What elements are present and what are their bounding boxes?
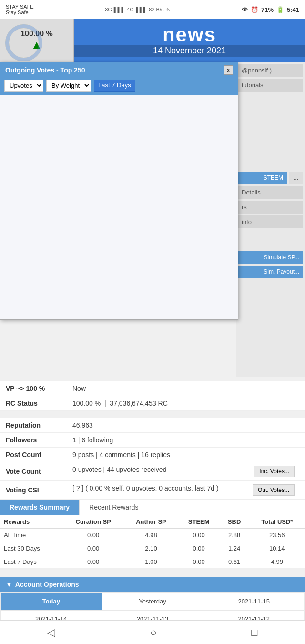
- right-panel: @pennsif ) tutorials STEEM ... Details r…: [236, 62, 305, 377]
- status-bar: STAY SAFE Stay Safe 3G ▌▌▌ 4G ▌▌▌ 82 B/s…: [0, 0, 305, 19]
- gauge-area: 100.00 % ▲: [0, 19, 74, 62]
- vote-count-value: 0 upvotes | 44 upvotes received Inc. Vot…: [67, 462, 305, 481]
- account-ops-title: Account Operations: [15, 581, 79, 588]
- rewards-header-row: Rewards Curation SP Author SP STEEM SBD …: [0, 515, 305, 529]
- last-7-label: Last 7 Days: [0, 555, 62, 569]
- all-time-curation: 0.00: [62, 529, 124, 542]
- reputation-row: Reputation 46.963: [0, 418, 305, 433]
- rc-label: RC Status: [0, 396, 67, 411]
- info-item[interactable]: info: [238, 215, 303, 228]
- bottom-nav: ◁ ○ □: [0, 620, 305, 644]
- last-7-author: 1.00: [124, 555, 178, 569]
- chevron-down-icon: ▼: [6, 581, 12, 588]
- col-rewards: Rewards: [0, 515, 62, 529]
- svg-point-1: [7, 26, 41, 60]
- tutorials-item[interactable]: tutorials: [238, 79, 303, 92]
- modal-toolbar: Upvotes By Weight Last 7 Days: [0, 78, 238, 95]
- network-4g: 4G: [127, 7, 134, 12]
- steem-button[interactable]: STEEM: [238, 172, 287, 184]
- col-author-sp: Author SP: [124, 515, 178, 529]
- vp-row: VP ~> 100 % Now: [0, 381, 305, 396]
- inc-votes-button[interactable]: Inc. Votes...: [254, 466, 295, 477]
- modal-close-button[interactable]: x: [224, 65, 233, 75]
- section-separator: [0, 568, 305, 573]
- eye-icon: 👁: [242, 6, 248, 13]
- post-count-value: 9 posts | 4 comments | 16 replies: [67, 448, 305, 462]
- rewards-tabs: Rewards Summary Recent Rewards: [0, 500, 305, 515]
- outgoing-votes-modal: Outgoing Votes - Top 250 x Upvotes By We…: [0, 62, 238, 320]
- modal-body: [0, 95, 238, 319]
- voting-csi-value: [ ? ] ( 0.00 % self, 0 upvotes, 0 accoun…: [67, 481, 305, 500]
- last-7-sbd: 0.61: [220, 555, 249, 569]
- sim-payout-button[interactable]: Sim. Payout...: [238, 266, 303, 278]
- news-banner: 100.00 % ▲ news 14 November 2021: [0, 19, 305, 62]
- post-count-row: Post Count 9 posts | 4 comments | 16 rep…: [0, 448, 305, 462]
- rewards-section: Rewards Summary Recent Rewards Rewards C…: [0, 500, 305, 568]
- download-speed: 82 B/s: [149, 7, 163, 12]
- alarm-icon: ⏰: [251, 6, 258, 13]
- vote-type-select[interactable]: Upvotes: [4, 80, 43, 92]
- rs-item[interactable]: rs: [238, 201, 303, 214]
- network-icons: 3G ▌▌▌ 4G ▌▌▌ 82 B/s ⚠: [105, 7, 170, 13]
- all-time-sbd: 2.88: [220, 529, 249, 542]
- vp-value: Now: [67, 381, 305, 396]
- modal-header: Outgoing Votes - Top 250 x: [0, 62, 238, 78]
- last-30-label: Last 30 Days: [0, 542, 62, 555]
- col-sbd: SBD: [220, 515, 249, 529]
- time-range-select[interactable]: Last 7 Days: [94, 80, 135, 92]
- last-30-author: 2.10: [124, 542, 178, 555]
- recent-button[interactable]: □: [242, 623, 267, 643]
- last-7-days-row: Last 7 Days 0.00 1.00 0.00 0.61 4.99: [0, 555, 305, 569]
- signal-icon2: ▌▌▌: [136, 7, 147, 12]
- all-time-row: All Time 0.00 4.98 0.00 2.88 23.56: [0, 529, 305, 542]
- simulate-sp-button[interactable]: Simulate SP...: [238, 251, 303, 264]
- rewards-table: Rewards Curation SP Author SP STEEM SBD …: [0, 515, 305, 568]
- last-30-curation: 0.00: [62, 542, 124, 555]
- all-time-author: 4.98: [124, 529, 178, 542]
- followers-label: Followers: [0, 433, 67, 448]
- vote-count-label: Vote Count: [0, 462, 67, 481]
- carrier-info: STAY SAFE Stay Safe: [6, 4, 34, 15]
- news-right: news 14 November 2021: [74, 19, 305, 62]
- battery-percent: 71%: [261, 6, 274, 13]
- all-time-label: All Time: [0, 529, 62, 542]
- recent-rewards-tab[interactable]: Recent Rewards: [79, 500, 148, 515]
- carrier-name: STAY SAFE: [6, 4, 34, 10]
- details-item[interactable]: Details: [238, 186, 303, 199]
- voting-csi-label: Voting CSI: [0, 481, 67, 500]
- separator1: [0, 411, 305, 418]
- post-count-label: Post Count: [0, 448, 67, 462]
- last-30-total: 10.14: [249, 542, 305, 555]
- rc-row: RC Status 100.00 % | 37,036,674,453 RC: [0, 396, 305, 411]
- home-button[interactable]: ○: [141, 623, 166, 643]
- modal-title: Outgoing Votes - Top 250: [5, 66, 85, 74]
- last-30-steem: 0.00: [178, 542, 220, 555]
- ops-yesterday[interactable]: Yesterday: [102, 593, 203, 610]
- followers-row: Followers 1 | 6 following: [0, 433, 305, 448]
- news-title: news: [163, 25, 216, 45]
- rc-value: 100.00 % | 37,036,674,453 RC: [67, 396, 305, 411]
- gauge-svg: [5, 24, 43, 62]
- reputation-label: Reputation: [0, 418, 67, 433]
- rewards-summary-tab[interactable]: Rewards Summary: [0, 500, 79, 515]
- signal-icon: ▌▌▌: [114, 7, 125, 12]
- vote-count-row: Vote Count 0 upvotes | 44 upvotes receiv…: [0, 462, 305, 481]
- vp-label: VP ~> 100 %: [0, 381, 67, 396]
- ops-today[interactable]: Today: [1, 593, 102, 610]
- ops-2021-11-15[interactable]: 2021-11-15: [203, 593, 304, 610]
- last-30-sbd: 1.24: [220, 542, 249, 555]
- back-button[interactable]: ◁: [38, 623, 65, 643]
- dots-button[interactable]: ...: [289, 172, 303, 184]
- network-3g: 3G: [105, 7, 112, 12]
- news-date: 14 November 2021: [74, 45, 305, 57]
- voting-csi-row: Voting CSI [ ? ] ( 0.00 % self, 0 upvote…: [0, 481, 305, 500]
- last-7-total: 4.99: [249, 555, 305, 569]
- sort-by-select[interactable]: By Weight: [46, 80, 91, 92]
- warning-icon: ⚠: [165, 7, 170, 13]
- followers-value: 1 | 6 following: [67, 433, 305, 448]
- last-7-curation: 0.00: [62, 555, 124, 569]
- account-ops-header: ▼ Account Operations: [0, 577, 305, 592]
- out-votes-button[interactable]: Out. Votes...: [253, 484, 295, 496]
- col-steem: STEEM: [178, 515, 220, 529]
- username-label: @pennsif ): [238, 64, 303, 77]
